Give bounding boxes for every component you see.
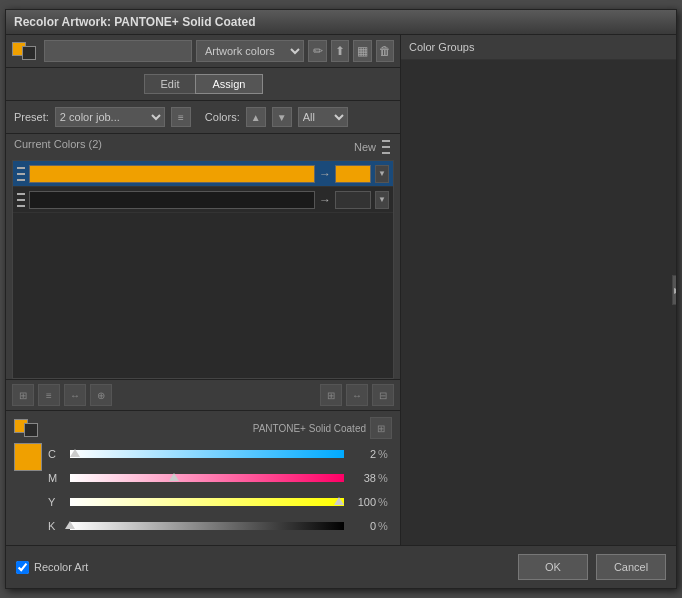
trash-icon-btn[interactable]: 🗑: [376, 40, 394, 62]
k-slider-track[interactable]: [70, 522, 344, 530]
cmyk-rows-container: C 2 % M 38: [14, 443, 392, 539]
colors-down-btn[interactable]: ▼: [272, 107, 292, 127]
m-label: M: [48, 472, 66, 484]
y-label: Y: [48, 496, 66, 508]
row-drag-handle[interactable]: [17, 165, 25, 183]
m-slider-thumb[interactable]: [169, 473, 179, 481]
title-bar: Recolor Artwork: PANTONE+ Solid Coated: [6, 10, 676, 35]
eyedropper-icon-btn[interactable]: ✏: [308, 40, 326, 62]
cmyk-c-row: C 2 %: [48, 443, 392, 465]
k-percent: %: [378, 520, 392, 532]
color-row[interactable]: → ▼: [13, 161, 393, 187]
color-groups-content: [401, 60, 676, 545]
cmyk-y-row: Y 100 %: [48, 491, 392, 513]
c-slider-track[interactable]: [70, 450, 344, 458]
new-label: New: [354, 141, 376, 153]
m-percent: %: [378, 472, 392, 484]
new-color-dropdown[interactable]: ▼: [375, 191, 389, 209]
dialog-title: Recolor Artwork: PANTONE+ Solid Coated: [14, 15, 255, 29]
folder-icon-btn[interactable]: ▦: [353, 40, 371, 62]
color-table-header: Current Colors (2) New: [6, 134, 400, 160]
cancel-button[interactable]: Cancel: [596, 554, 666, 580]
row-drag-handle[interactable]: [17, 191, 25, 209]
current-color-bar-dark: [29, 191, 315, 209]
new-color-swatch[interactable]: [335, 165, 371, 183]
bottom-icons-right: ⊞ ↔ ⊟: [320, 384, 394, 406]
cmyk-rows-inner: C 2 % M 38: [48, 443, 392, 539]
folder-icon: ▦: [357, 44, 368, 58]
current-colors-label: Current Colors (2): [14, 138, 102, 156]
icon-btn-4[interactable]: ⊕: [90, 384, 112, 406]
icon-btn-5[interactable]: ⊞: [320, 384, 342, 406]
bottom-bar: Recolor Art OK Cancel: [6, 545, 676, 588]
tab-row: Edit Assign: [6, 68, 400, 101]
k-label: K: [48, 520, 66, 532]
c-slider-thumb[interactable]: [70, 449, 80, 457]
bottom-icons-left: ⊞ ≡ ↔ ⊕: [12, 384, 112, 406]
icon-btn-6[interactable]: ↔: [346, 384, 368, 406]
trash-icon: 🗑: [379, 44, 391, 58]
recolor-artwork-dialog: Recolor Artwork: PANTONE+ Solid Coated A…: [5, 9, 677, 589]
chevron-right-icon: ▶: [674, 286, 676, 295]
cmyk-k-row: K 0 %: [48, 515, 392, 537]
arrow-icon: →: [319, 167, 331, 181]
left-panel: Artwork colors ✏ ⬆ ▦ 🗑 Edit Assign: [6, 35, 401, 545]
m-slider-track[interactable]: [70, 474, 344, 482]
y-slider-track[interactable]: [70, 498, 344, 506]
save-icon: ⬆: [335, 44, 345, 58]
preset-label: Preset:: [14, 111, 49, 123]
cmyk-bg-swatch[interactable]: [24, 423, 38, 437]
recolor-art-label: Recolor Art: [34, 561, 88, 573]
cmyk-header: PANTONE+ Solid Coated ⊞: [14, 417, 392, 439]
artwork-colors-dropdown[interactable]: Artwork colors: [196, 40, 304, 62]
new-color-dropdown[interactable]: ▼: [375, 165, 389, 183]
artwork-input[interactable]: [44, 40, 192, 62]
icon-btn-7[interactable]: ⊟: [372, 384, 394, 406]
cmyk-m-row: M 38 %: [48, 467, 392, 489]
recolor-art-checkbox-container[interactable]: Recolor Art: [16, 561, 88, 574]
colors-up-btn[interactable]: ▲: [246, 107, 266, 127]
icon-btn-1[interactable]: ⊞: [12, 384, 34, 406]
c-percent: %: [378, 448, 392, 460]
top-toolbar: Artwork colors ✏ ⬆ ▦ 🗑: [6, 35, 400, 68]
color-row[interactable]: → ▼: [13, 187, 393, 213]
dialog-body: Artwork colors ✏ ⬆ ▦ 🗑 Edit Assign: [6, 35, 676, 545]
c-value: 2: [348, 448, 376, 460]
color-groups-label: Color Groups: [409, 41, 474, 53]
y-percent: %: [378, 496, 392, 508]
cmyk-settings-icon[interactable]: ⊞: [370, 417, 392, 439]
arrow-icon: →: [319, 193, 331, 207]
ok-button[interactable]: OK: [518, 554, 588, 580]
assign-tab[interactable]: Assign: [195, 74, 262, 94]
preset-select[interactable]: 2 color job...: [55, 107, 165, 127]
main-color-swatch[interactable]: [14, 443, 42, 471]
icon-btn-3[interactable]: ↔: [64, 384, 86, 406]
cmyk-section: PANTONE+ Solid Coated ⊞ C 2: [6, 410, 400, 545]
cmyk-swatch-pair: [14, 419, 38, 437]
c-label: C: [48, 448, 66, 460]
color-table: → ▼ → ▼: [12, 160, 394, 379]
k-value: 0: [348, 520, 376, 532]
colors-select[interactable]: All: [298, 107, 348, 127]
save-icon-btn[interactable]: ⬆: [331, 40, 349, 62]
y-slider-thumb[interactable]: [334, 497, 344, 505]
preset-settings-btn[interactable]: ≡: [171, 107, 191, 127]
recolor-art-checkbox[interactable]: [16, 561, 29, 574]
table-menu-icon[interactable]: [382, 138, 392, 156]
current-color-bar: [29, 165, 315, 183]
color-groups-header: Color Groups: [401, 35, 676, 60]
preset-row: Preset: 2 color job... ≡ Colors: ▲ ▼ All: [6, 101, 400, 134]
new-color-swatch-dark[interactable]: [335, 191, 371, 209]
m-value: 38: [348, 472, 376, 484]
colors-label: Colors:: [205, 111, 240, 123]
cmyk-header-text: PANTONE+ Solid Coated: [253, 423, 366, 434]
icon-btn-2[interactable]: ≡: [38, 384, 60, 406]
y-value: 100: [348, 496, 376, 508]
eyedropper-icon: ✏: [313, 44, 323, 58]
background-swatch[interactable]: [22, 46, 36, 60]
edit-tab[interactable]: Edit: [144, 74, 196, 94]
settings-icon: ≡: [178, 112, 184, 123]
k-slider-thumb[interactable]: [65, 521, 75, 529]
bottom-buttons: OK Cancel: [518, 554, 666, 580]
sidebar-collapse-handle[interactable]: ▶: [672, 275, 676, 305]
